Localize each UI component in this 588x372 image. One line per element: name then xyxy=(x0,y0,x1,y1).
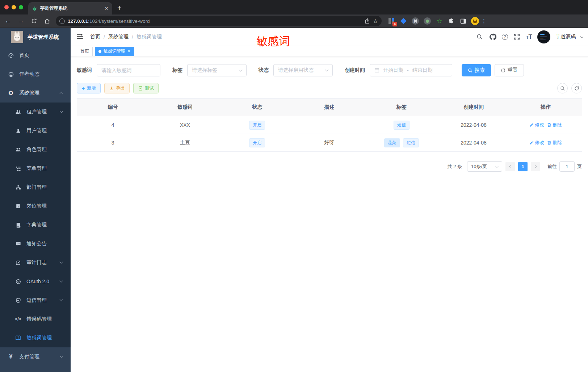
app-logo-row[interactable]: 芋道管理系统 xyxy=(0,28,71,46)
share-icon[interactable] xyxy=(365,18,370,24)
tags-view-tab-sensitive-word[interactable]: 敏感词管理 ✕ xyxy=(95,47,134,56)
status-select[interactable]: 请选择启用状态 xyxy=(273,64,333,76)
plus-icon: + xyxy=(82,85,85,91)
search-button[interactable]: 搜索 xyxy=(462,64,491,76)
sidebar-item-system[interactable]: ⚙ 系统管理 xyxy=(0,84,71,103)
next-page-button[interactable] xyxy=(531,162,540,171)
ext-diamond-icon[interactable] xyxy=(399,16,408,26)
tag-select[interactable]: 请选择标签 xyxy=(187,64,247,76)
prev-page-button[interactable] xyxy=(505,162,515,171)
keyword-input[interactable] xyxy=(101,67,156,73)
breadcrumb-section[interactable]: 系统管理 xyxy=(108,34,129,40)
tab-close-icon[interactable]: ✕ xyxy=(104,5,109,11)
collapse-sidebar-icon[interactable] xyxy=(76,33,84,41)
github-icon[interactable] xyxy=(489,33,497,41)
tags-view-tab-home[interactable]: 首页 xyxy=(77,47,93,56)
side-panel-icon[interactable] xyxy=(458,16,468,26)
table-row: 3 土豆 开启 好呀 蔬菜 短信 2022-04-08 修改 xyxy=(77,134,582,151)
test-button[interactable]: 测试 xyxy=(133,83,159,93)
help-icon[interactable]: ? xyxy=(502,34,508,40)
ext-grid-badge-icon[interactable]: 9 xyxy=(387,16,396,26)
maximize-window-button[interactable] xyxy=(19,5,23,9)
chevron-down-icon xyxy=(60,279,63,283)
user-avatar[interactable] xyxy=(537,30,550,43)
delete-button[interactable]: 删除 xyxy=(547,122,562,128)
site-info-icon[interactable]: i xyxy=(59,18,65,24)
sidebar-item-role[interactable]: 角色管理 xyxy=(0,140,71,159)
sidebar-item-post[interactable]: 岗位管理 xyxy=(0,197,71,216)
calendar-icon xyxy=(374,68,379,73)
sidebar-item-oauth[interactable]: OAuth 2.0 xyxy=(0,272,71,291)
sidebar-item-pay[interactable]: ¥ 支付管理 xyxy=(0,347,71,366)
new-tab-button[interactable]: + xyxy=(117,4,122,12)
ext-command-icon[interactable]: ⌘ xyxy=(411,16,420,26)
sidebar-item-sensitive-word[interactable]: 敏感词管理 xyxy=(0,329,71,347)
sidebar-item-home[interactable]: 首页 xyxy=(0,46,71,65)
window-controls[interactable] xyxy=(4,5,23,9)
bookmark-star-icon[interactable]: ☆ xyxy=(373,18,378,25)
reset-button[interactable]: 重置 xyxy=(495,64,524,76)
edit-button[interactable]: 修改 xyxy=(529,139,544,146)
user-name[interactable]: 芋道源码 xyxy=(555,34,576,40)
tag-label: 标签 xyxy=(172,67,182,74)
refresh-icon[interactable] xyxy=(571,83,582,93)
url-text[interactable]: 127.0.0.1:1024/system/sensitive-word xyxy=(68,18,362,24)
download-icon xyxy=(109,86,114,91)
sidebar-item-dict[interactable]: 字典管理 xyxy=(0,216,71,234)
sidebar-item-author-news[interactable]: 作者动态 xyxy=(0,65,71,84)
sidebar-item-label: 租户管理 xyxy=(26,109,47,115)
back-icon[interactable]: ← xyxy=(3,16,13,26)
edit-button[interactable]: 修改 xyxy=(529,122,544,128)
extensions-puzzle-icon[interactable] xyxy=(446,16,456,26)
page-size-select[interactable]: 10条/页 xyxy=(467,161,502,172)
trash-icon xyxy=(547,123,551,127)
breadcrumb-home[interactable]: 首页 xyxy=(90,34,100,40)
dict-book-icon xyxy=(15,222,21,228)
fullscreen-icon[interactable] xyxy=(513,33,521,41)
tag-badge: 短信 xyxy=(394,121,410,130)
font-size-icon[interactable]: TT xyxy=(526,33,532,41)
goto-page-input[interactable] xyxy=(559,161,575,172)
sidebar-item-label: 用户管理 xyxy=(26,128,47,134)
minimize-window-button[interactable] xyxy=(12,5,16,9)
date-range-picker[interactable]: 开始日期 - 结束日期 xyxy=(370,64,452,76)
status-badge: 开启 xyxy=(249,138,265,147)
ext-record-icon[interactable] xyxy=(423,16,432,26)
delete-button[interactable]: 删除 xyxy=(547,139,562,146)
user-menu-caret-icon[interactable] xyxy=(580,35,583,38)
active-tab-dot xyxy=(98,50,101,53)
breadcrumb: 首页 / 系统管理 / 敏感词管理 xyxy=(90,34,162,40)
close-window-button[interactable] xyxy=(4,5,9,9)
sidebar-item-label: 字典管理 xyxy=(26,222,47,228)
sidebar-item-audit-log[interactable]: 审计日志 xyxy=(0,253,71,272)
sidebar-item-user[interactable]: 用户管理 xyxy=(0,121,71,140)
sidebar-item-error-code[interactable]: </> 错误码管理 xyxy=(0,310,71,329)
sidebar-item-sms[interactable]: 短信管理 xyxy=(0,291,71,310)
sidebar-item-tenant[interactable]: 租户管理 xyxy=(0,103,71,121)
home-icon[interactable] xyxy=(42,16,52,26)
sidebar-item-menu[interactable]: 菜单管理 xyxy=(0,159,71,178)
ext-green-star-icon[interactable]: ☆ xyxy=(434,16,444,26)
search-icon[interactable] xyxy=(476,33,484,41)
yen-icon: ¥ xyxy=(8,354,14,360)
page-number-active[interactable]: 1 xyxy=(518,162,528,171)
close-tab-icon[interactable]: ✕ xyxy=(127,49,131,54)
tag-badge: 短信 xyxy=(403,138,419,147)
sidebar-item-label: 敏感词管理 xyxy=(26,335,52,341)
forward-icon[interactable]: → xyxy=(16,16,26,26)
browser-menu-icon[interactable]: ⋮ xyxy=(481,18,487,24)
browser-tab[interactable]: 芋道管理系统 ✕ xyxy=(28,2,112,14)
sidebar-item-notice[interactable]: 通知公告 xyxy=(0,234,71,253)
reload-icon[interactable] xyxy=(29,16,39,26)
hide-search-icon[interactable] xyxy=(557,83,568,93)
address-bar[interactable]: i 127.0.0.1:1024/system/sensitive-word ☆ xyxy=(56,16,382,26)
sidebar-item-dept[interactable]: 部门管理 xyxy=(0,178,71,197)
add-button[interactable]: + 新增 xyxy=(77,83,101,93)
sidebar-item-label: OAuth 2.0 xyxy=(26,279,49,284)
chevron-down-icon xyxy=(60,354,63,358)
cell-id: 4 xyxy=(77,116,149,134)
profile-avatar-icon[interactable] xyxy=(470,16,480,26)
export-button[interactable]: 导出 xyxy=(104,83,130,93)
app-header: 首页 / 系统管理 / 敏感词管理 ? TT xyxy=(71,28,588,46)
audit-log-icon xyxy=(15,259,21,266)
